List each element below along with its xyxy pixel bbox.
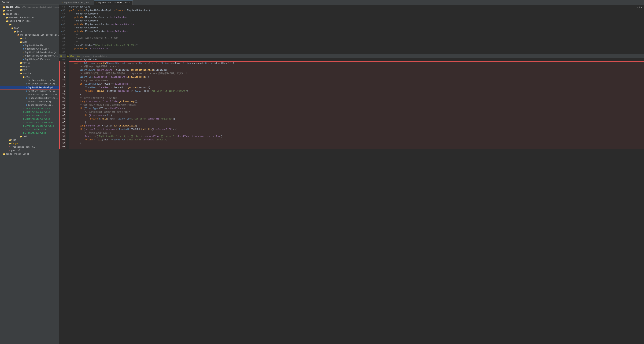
method-info-bar: @Override 1 usage ⬆ smallchill [69, 54, 644, 58]
code-line-94: } [69, 145, 644, 149]
line-number-76: 76 [59, 82, 66, 86]
sidebar-item-IMqttMonitorService[interactable]: I IMqttMonitorService [0, 117, 59, 121]
line-number-72: 72 [59, 68, 66, 72]
code-content[interactable]: "annot">@Servicepublic class MqttAuthSer… [68, 5, 644, 344]
sidebar-item-config[interactable]: 📁 config [0, 61, 59, 65]
sidebar-item-org.springblade.iot.broker.core[interactable]: 📦 org.springblade.iot.broker.core [0, 33, 59, 37]
line-number-85: 85 [59, 114, 66, 117]
sidebar-item-MqttAuthHandler[interactable]: C MqttAuthHandler [0, 44, 59, 47]
sidebar-item-pojo[interactable]: 📁 pojo [0, 68, 59, 72]
sidebar-item-MqttHttpAuthFilter[interactable]: C MqttHttpAuthFilter [0, 47, 59, 51]
sidebar-item-IProtocolService[interactable]: I IProtocolService [0, 128, 59, 131]
line-number-91: 91 [59, 135, 66, 138]
sidebar-item-idea[interactable]: 📁 .idea [0, 9, 59, 12]
sidebar-item-test[interactable]: 📁 test [0, 138, 59, 142]
line-number-80: 80 [59, 96, 66, 100]
tab-tab1[interactable]: ☕ MqttAuthHandler.java ✕ [60, 1, 94, 4]
line-number-84: 84 [59, 110, 66, 114]
sidebar-item-ProtocolServiceImpl[interactable]: C ProtocolServiceImpl [0, 100, 59, 103]
sidebar-item-IProtocolMapperService[interactable]: I IProtocolMapperService [0, 124, 59, 128]
code-line-60: private IMqttAccountService mqttAccountS… [69, 23, 644, 26]
code-line-56: public class MqttAuthServiceImpl impleme… [69, 9, 644, 12]
sidebar-item-blade-broker-cluster[interactable]: 📁 blade-broker-cluster [0, 16, 59, 19]
line-number-79: 79 [59, 93, 66, 96]
line-number-86: 86 [59, 117, 66, 121]
sidebar-item-impl[interactable]: 📂 impl [0, 75, 59, 79]
code-line-79: } [69, 93, 644, 96]
sidebar-item-blade-broker-core[interactable]: 📂 blade-broker-core [0, 19, 59, 23]
sidebar-item-ITenantIdService[interactable]: I ITenantIdService [0, 131, 59, 135]
code-line-82: // web 模拟器模拟设备连接，需要强制判断时间有效性 [69, 103, 644, 107]
code-line-72: ClientIdInfo clientIdInfo = ClientUtil.p… [69, 68, 644, 72]
sidebar-item-blade-broker-local[interactable]: 📁 blade-broker-local [0, 152, 59, 156]
line-number-69: 69 [59, 58, 66, 61]
sidebar-item-root[interactable]: 📂 BladeX-Links ~/Workspaces/product/Blad… [0, 5, 59, 9]
line-number-87: 87 [59, 121, 66, 124]
sidebar-item-src[interactable]: 📂 src [0, 23, 59, 26]
sidebar-item-IMqttAuthLogService[interactable]: I IMqttAuthLogService [0, 110, 59, 114]
code-line-68 [69, 50, 644, 54]
code-line-55: "annot">@Service [69, 5, 644, 9]
sidebar-item-main[interactable]: 📂 main [0, 26, 59, 30]
sidebar-item-MqttMonitorServiceImpl[interactable]: C MqttMonitorServiceImpl [0, 89, 59, 93]
code-line-74: ClientType clientType = clientIdInfo.get… [69, 75, 644, 79]
code-line-84: // 如果没有传递 timestamp 或者不为数字 [69, 110, 644, 114]
sidebar-item-pom.xml[interactable]: M pom.xml [0, 149, 59, 152]
method-info-bar: @Override 1 usage ⬆ smallchill [59, 54, 66, 58]
code-line-62: private ITenantIdService tenantIdService… [69, 30, 644, 33]
file-tree: 📂 BladeX-Links ~/Workspaces/product/Blad… [0, 5, 59, 156]
code-line-85: if (timestamp <= 0) { [69, 114, 644, 117]
project-label: Project [2, 1, 10, 3]
line-number-88: 88 [59, 124, 66, 128]
line-number-92: 92 [59, 138, 66, 142]
line-number-68: 68 [59, 50, 66, 54]
sidebar-item-ProductScriptServiceImpl[interactable]: C ProductScriptServiceImpl [0, 93, 59, 96]
code-line-93: } [69, 142, 644, 145]
sidebar-item-service[interactable]: 📂 service [0, 72, 59, 75]
code-line-87: } [69, 121, 644, 124]
code-line-80: // 表示当前时间毫秒值，可以不传递。 [69, 96, 644, 100]
sidebar-item-java[interactable]: 📂 java [0, 30, 59, 33]
sidebar-item-auth[interactable]: 📂 auth [0, 40, 59, 44]
line-number-78: 78 [59, 89, 66, 93]
line-number-55: 55 [59, 5, 66, 9]
line-number-89: 89 [59, 128, 66, 131]
sidebar-item-target[interactable]: 📁 target [0, 142, 59, 145]
sidebar-item-IProductScriptService[interactable]: I IProductScriptService [0, 121, 59, 124]
sidebar-item-IMqttAccountService[interactable]: I IMqttAccountService [0, 107, 59, 110]
sidebar-item-MqttAuthServiceImpl[interactable]: C MqttAuthServiceImpl [0, 86, 59, 89]
sidebar-item-api[interactable]: 📂 api [0, 37, 59, 40]
code-line-86: return R.fail( msg: "ClientType:2 web pa… [69, 117, 644, 121]
sidebar-item-TenantIdServiceImpl[interactable]: C TenantIdServiceImpl [0, 103, 59, 107]
sidebar-item-MqttAccountServiceImpl[interactable]: C MqttAccountServiceImpl [0, 79, 59, 82]
line-number-67: 67 [59, 47, 66, 50]
line-number-62: ↗62 [59, 30, 66, 33]
tab-tab2[interactable]: ☕ MqttAuthServiceImpl.java ✕ [94, 0, 133, 5]
code-line-89: if (currentTime - timestamp > TimeUnit.S… [69, 128, 644, 131]
line-number-82: 82 [59, 103, 66, 107]
line-number-70: ⚡70 [59, 61, 66, 65]
sidebar-item-MqttPublishPermission.java[interactable]: ☕ MqttPublishPermission.java [0, 51, 59, 54]
line-number-66: 66 [59, 44, 66, 47]
sidebar-item-blade-core[interactable]: 📂 blade-core [0, 12, 59, 16]
code-editor[interactable]: ≡3 ▲ 55↗5657↗5859↗6061↗62636465666768@Ov… [59, 5, 644, 344]
tab-bar: ☕ MqttAuthHandler.java ✕ ☕ MqttAuthServi… [59, 0, 644, 5]
code-line-58: private IDeviceCoreService deviceService… [69, 16, 644, 19]
code-line-65: */ [69, 40, 644, 44]
line-number-90: 90 [59, 131, 66, 135]
code-line-57: "annot">@Autowired [69, 12, 644, 16]
sidebar-item-ProtocolMapperServiceImpl[interactable]: C ProtocolMapperServiceImpl [0, 96, 59, 100]
sidebar-item-IMqttAuthService[interactable]: I IMqttAuthService [0, 114, 59, 117]
code-line-76: if (ClientType.APP_USER == clientType) { [69, 82, 644, 86]
sidebar-item-MqttSubscribeValidator.java[interactable]: ☕ MqttSubscribeValidator.java [0, 54, 59, 58]
line-numbers: 55↗5657↗5859↗6061↗62636465666768@Overrid… [59, 5, 68, 344]
line-number-57: 57 [59, 12, 66, 16]
line-number-59: 59 [59, 19, 66, 23]
code-line-75: // app user 校验 token [69, 79, 644, 82]
sidebar-item-mapper[interactable]: 📁 mapper [0, 65, 59, 68]
sidebar: Project ▾ 📂 BladeX-Links ~/Workspaces/pr… [0, 0, 59, 344]
sidebar-item-task[interactable]: 📁 task [0, 135, 59, 138]
sidebar-item-MqttAuthLogServiceImpl[interactable]: C MqttAuthLogServiceImpl [0, 82, 59, 86]
sidebar-item-MqttUniqueIdService[interactable]: C MqttUniqueIdService [0, 58, 59, 61]
sidebar-item-flattened-pom.xml[interactable]: X .flattened-pom.xml [0, 145, 59, 149]
